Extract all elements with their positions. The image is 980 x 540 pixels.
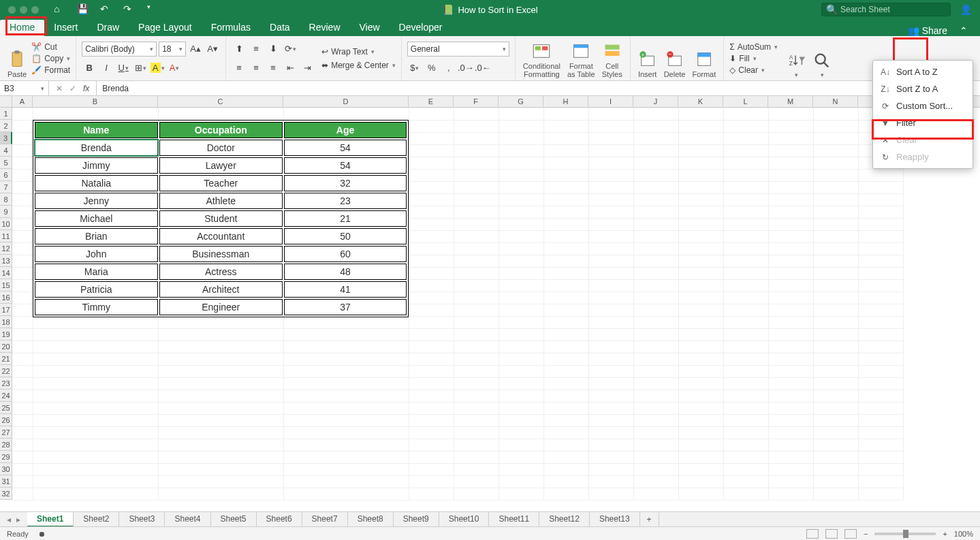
align-top-button[interactable]: ⬆ <box>232 42 247 57</box>
sheet-tab-sheet6[interactable]: Sheet6 <box>257 512 302 527</box>
table-cell[interactable]: Teacher <box>159 175 283 191</box>
table-cell[interactable]: 54 <box>284 157 407 174</box>
table-cell[interactable]: Lawyer <box>159 157 283 174</box>
row-header-5[interactable]: 5 <box>0 157 12 169</box>
table-cell[interactable]: Businessman <box>159 246 283 262</box>
menu-sort-az[interactable]: A↓Sort A to Z <box>873 63 973 80</box>
row-header-28[interactable]: 28 <box>0 439 12 451</box>
view-page-layout-button[interactable] <box>825 529 838 539</box>
col-header-C[interactable]: C <box>158 96 283 107</box>
tab-view[interactable]: View <box>350 20 390 36</box>
sheet-nav-prev[interactable]: ▸ <box>16 515 20 524</box>
account-icon[interactable]: 👤 <box>960 5 972 14</box>
format-painter-button[interactable]: 🖌️Format <box>31 65 70 75</box>
save-icon[interactable]: 💾 <box>77 4 88 15</box>
row-header-11[interactable]: 11 <box>0 230 12 242</box>
menu-custom-sort[interactable]: ⟳Custom Sort... <box>873 97 973 114</box>
table-cell[interactable]: Natalia <box>35 175 158 191</box>
name-box[interactable]: B3▾ <box>0 81 49 95</box>
number-format-select[interactable]: General▾ <box>407 42 509 57</box>
traffic-max[interactable] <box>31 6 39 14</box>
autosum-button[interactable]: ΣAutoSum▾ <box>729 42 778 52</box>
row-header-13[interactable]: 13 <box>0 255 12 267</box>
col-header-B[interactable]: B <box>33 96 158 107</box>
row-header-6[interactable]: 6 <box>0 169 12 181</box>
percent-button[interactable]: % <box>424 61 439 76</box>
row-header-25[interactable]: 25 <box>0 402 12 414</box>
table-cell[interactable]: 23 <box>284 193 407 209</box>
sheet-tab-sheet1[interactable]: Sheet1 <box>27 512 74 527</box>
table-cell[interactable]: 60 <box>284 246 407 262</box>
col-header-L[interactable]: L <box>723 96 768 107</box>
table-header[interactable]: Occupation <box>159 122 283 138</box>
sheet-nav-first[interactable]: ◂ <box>7 515 11 524</box>
table-cell[interactable]: Doctor <box>159 140 283 156</box>
col-header-D[interactable]: D <box>283 96 409 107</box>
row-header-1[interactable]: 1 <box>0 108 12 120</box>
tab-draw[interactable]: Draw <box>87 20 129 36</box>
fill-color-button[interactable]: A▾ <box>150 61 165 76</box>
table-cell[interactable]: Patricia <box>35 281 158 298</box>
col-header-K[interactable]: K <box>678 96 723 107</box>
align-bottom-button[interactable]: ⬇ <box>266 42 281 57</box>
table-cell[interactable]: 48 <box>284 264 407 280</box>
fill-button[interactable]: ⬇Fill▾ <box>729 54 778 63</box>
font-color-button[interactable]: A▾ <box>167 61 182 76</box>
table-cell[interactable]: Engineer <box>159 299 283 315</box>
table-cell[interactable]: Jenny <box>35 193 158 209</box>
row-header-21[interactable]: 21 <box>0 353 12 365</box>
table-cell[interactable]: 32 <box>284 175 407 191</box>
decrease-font-button[interactable]: A▾ <box>205 42 220 57</box>
comma-button[interactable]: , <box>441 61 456 76</box>
row-header-2[interactable]: 2 <box>0 120 12 132</box>
sheet-tab-sheet13[interactable]: Sheet13 <box>590 512 640 527</box>
col-header-N[interactable]: N <box>813 96 858 107</box>
row-header-32[interactable]: 32 <box>0 488 12 500</box>
fx-icon[interactable]: fx <box>83 84 89 93</box>
formula-input[interactable]: Brenda <box>97 84 134 93</box>
table-cell[interactable]: Actress <box>159 264 283 280</box>
row-header-17[interactable]: 17 <box>0 304 12 316</box>
wrap-text-button[interactable]: ↩Wrap Text▾ <box>321 47 396 57</box>
zoom-slider[interactable] <box>874 533 936 535</box>
row-header-16[interactable]: 16 <box>0 291 12 304</box>
cell-styles-button[interactable]: Cell Styles <box>600 39 625 78</box>
increase-indent-button[interactable]: ⇥ <box>300 61 315 76</box>
row-header-12[interactable]: 12 <box>0 242 12 255</box>
sheet-tab-sheet8[interactable]: Sheet8 <box>348 512 394 527</box>
sheet-tab-sheet9[interactable]: Sheet9 <box>394 512 439 527</box>
tab-review[interactable]: Review <box>300 20 350 36</box>
macro-record-icon[interactable]: ⏺ <box>38 530 46 538</box>
zoom-in-button[interactable]: + <box>943 530 947 538</box>
row-header-8[interactable]: 8 <box>0 193 12 206</box>
worksheet-grid[interactable]: ABCDEFGHIJKLMNO 123456789101112131415161… <box>0 96 980 511</box>
table-cell[interactable]: 50 <box>284 228 407 244</box>
tab-insert[interactable]: Insert <box>44 20 87 36</box>
col-header-I[interactable]: I <box>588 96 633 107</box>
search-sheet-input[interactable]: 🔍 Search Sheet <box>821 3 951 16</box>
italic-button[interactable]: I <box>99 61 114 76</box>
redo-icon[interactable]: ↷ <box>123 4 134 15</box>
find-select-button[interactable]: ▾ <box>810 39 834 78</box>
table-cell[interactable]: Accountant <box>159 228 283 244</box>
row-header-4[interactable]: 4 <box>0 144 12 157</box>
data-table[interactable]: NameOccupationAgeBrendaDoctor54JimmyLawy… <box>33 120 409 317</box>
tab-formulas[interactable]: Formulas <box>202 20 260 36</box>
sheet-tab-sheet5[interactable]: Sheet5 <box>211 512 257 527</box>
cut-button[interactable]: ✂️Cut <box>31 42 70 52</box>
row-header-30[interactable]: 30 <box>0 463 12 475</box>
table-cell[interactable]: Brian <box>35 228 158 244</box>
view-page-break-button[interactable] <box>844 529 857 539</box>
row-header-10[interactable]: 10 <box>0 218 12 230</box>
format-cells-button[interactable]: Format <box>690 39 718 78</box>
undo-icon[interactable]: ↶ <box>100 4 111 15</box>
accept-formula-icon[interactable]: ✓ <box>69 84 76 93</box>
sheet-tab-sheet3[interactable]: Sheet3 <box>119 512 165 527</box>
align-center-button[interactable]: ≡ <box>249 61 264 76</box>
clear-button[interactable]: ◇Clear▾ <box>729 65 778 75</box>
traffic-min[interactable] <box>20 6 27 14</box>
traffic-close[interactable] <box>8 6 16 14</box>
zoom-level[interactable]: 100% <box>954 530 973 538</box>
table-cell[interactable]: Architect <box>159 281 283 298</box>
copy-button[interactable]: 📋Copy▾ <box>31 54 70 63</box>
